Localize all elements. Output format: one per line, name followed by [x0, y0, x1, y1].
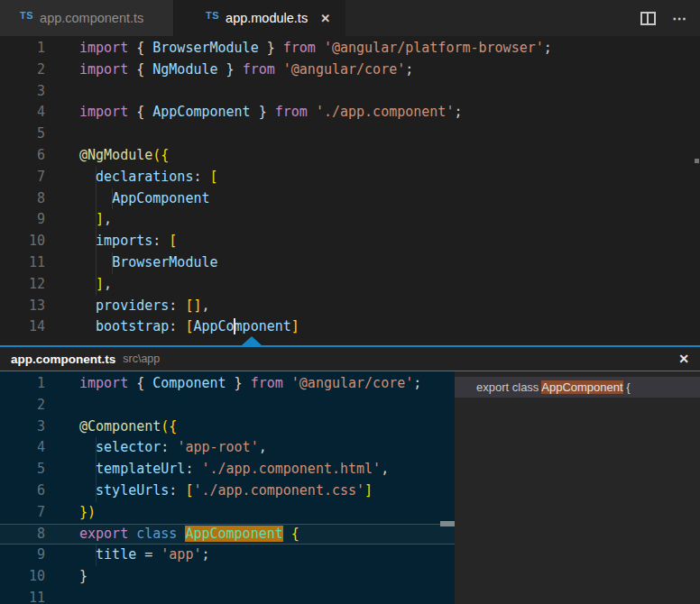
code-text: @NgModule({ [79, 145, 169, 167]
line-number: 3 [0, 81, 45, 103]
line-number: 5 [0, 124, 45, 145]
code-line[interactable]: 1import { BrowserModule } from '@angular… [0, 38, 700, 59]
code-line[interactable]: 7}) [0, 502, 455, 524]
code-line[interactable]: 10 imports: [ [0, 231, 700, 252]
code-line[interactable]: 4 selector: 'app-root', [0, 437, 455, 459]
tab-label: app.module.ts [226, 11, 308, 25]
reference-match-highlight: AppComponent [185, 526, 282, 542]
code-line[interactable]: 7 declarations: [ [0, 167, 700, 188]
code-line[interactable]: 5 [0, 124, 700, 145]
code-line[interactable]: 8 AppComponent [0, 188, 700, 210]
peek-references-list: export class AppComponent { [455, 371, 700, 604]
line-number: 2 [0, 59, 45, 81]
code-text: BrowserModule [79, 252, 218, 274]
line-number: 11 [0, 588, 45, 604]
code-text: styleUrls: ['./app.component.css'] [79, 480, 373, 502]
tab-bar: TS app.component.ts TS app.module.ts ✕ ⋯ [0, 0, 700, 36]
close-peek-icon[interactable]: ✕ [678, 352, 689, 366]
peek-editor-app-component[interactable]: 1import { Component } from '@angular/cor… [0, 371, 455, 604]
code-line[interactable]: 13 providers: [], [0, 296, 700, 317]
line-number: 9 [0, 545, 45, 566]
reference-match-highlight: AppComponent [541, 380, 622, 394]
tab-app-module-ts[interactable]: TS app.module.ts ✕ [174, 0, 345, 36]
code-text: import { NgModule } from '@angular/core'… [79, 59, 413, 81]
line-number: 10 [0, 566, 45, 588]
code-text: import { AppComponent } from './app.comp… [79, 102, 462, 124]
line-number: 6 [0, 145, 45, 167]
code-line[interactable]: 4import { AppComponent } from './app.com… [0, 102, 700, 124]
typescript-file-icon: TS [206, 10, 219, 21]
editor-app-module[interactable]: 1import { BrowserModule } from '@angular… [0, 36, 700, 345]
code-text: bootstrap: [AppComponent] [79, 316, 299, 338]
line-number: 13 [0, 296, 45, 317]
code-text: declarations: [ [79, 167, 218, 188]
code-line[interactable]: 12 ], [0, 274, 700, 296]
typescript-file-icon: TS [20, 10, 33, 21]
line-number: 9 [0, 209, 45, 231]
line-number: 1 [0, 373, 45, 395]
code-text: ], [79, 209, 112, 231]
peek-border [0, 345, 700, 347]
line-number: 3 [0, 416, 45, 438]
line-number: 4 [0, 102, 45, 124]
line-number: 11 [0, 252, 45, 274]
tab-app-component-ts[interactable]: TS app.component.ts [0, 0, 174, 36]
peek-anchor-arrow-icon [242, 336, 262, 345]
code-line[interactable]: 11 [0, 588, 455, 604]
code-text: AppComponent [79, 188, 210, 210]
overview-ruler-marker [695, 159, 699, 163]
tab-label: app.component.ts [40, 11, 143, 25]
code-line[interactable]: 3 [0, 81, 700, 103]
line-number: 8 [0, 525, 45, 545]
line-number: 6 [0, 480, 45, 502]
code-text: }) [79, 502, 96, 524]
line-number: 2 [0, 395, 45, 416]
text-cursor [234, 318, 235, 334]
peek-references-widget: app.component.ts src\app ✕ 1import { Com… [0, 345, 700, 604]
code-text: templateUrl: './app.component.html', [79, 459, 389, 480]
peek-scrollbar-marker[interactable] [440, 521, 455, 526]
code-text: @Component({ [79, 416, 177, 438]
code-line[interactable]: 8export class AppComponent { [0, 524, 455, 545]
code-line[interactable]: 11 BrowserModule [0, 252, 700, 274]
peek-file-path: src\app [123, 352, 160, 365]
code-text: import { BrowserModule } from '@angular/… [79, 38, 552, 59]
code-line[interactable]: 6@NgModule({ [0, 145, 700, 167]
reference-result-item[interactable]: export class AppComponent { [455, 377, 700, 398]
peek-file-title: app.component.ts [11, 352, 115, 366]
code-line[interactable]: 2 [0, 395, 455, 416]
code-text: } [79, 566, 88, 588]
code-text: ], [79, 274, 112, 296]
code-line[interactable]: 2import { NgModule } from '@angular/core… [0, 59, 700, 81]
more-actions-icon[interactable]: ⋯ [672, 10, 687, 27]
code-line[interactable]: 6 styleUrls: ['./app.component.css'] [0, 480, 455, 502]
close-tab-icon[interactable]: ✕ [320, 12, 330, 25]
line-number: 14 [0, 316, 45, 338]
line-number: 1 [0, 38, 45, 59]
code-text: providers: [], [79, 296, 210, 317]
code-line[interactable]: 10} [0, 566, 455, 588]
line-number: 8 [0, 188, 45, 210]
code-line[interactable]: 5 templateUrl: './app.component.html', [0, 459, 455, 480]
line-number: 4 [0, 437, 45, 459]
code-text: export class AppComponent { [79, 525, 299, 545]
code-lines: 1import { Component } from '@angular/cor… [0, 373, 455, 604]
code-line[interactable]: 9 title = 'app'; [0, 545, 455, 566]
peek-header: app.component.ts src\app ✕ [0, 347, 700, 371]
line-number: 5 [0, 459, 45, 480]
line-number: 7 [0, 167, 45, 188]
code-text: title = 'app'; [79, 545, 210, 566]
code-lines: 1import { BrowserModule } from '@angular… [0, 38, 700, 338]
code-line[interactable]: 3@Component({ [0, 416, 455, 438]
line-number: 12 [0, 274, 45, 296]
code-line[interactable]: 9 ], [0, 209, 700, 231]
code-line[interactable]: 1import { Component } from '@angular/cor… [0, 373, 455, 395]
code-line[interactable]: 14 bootstrap: [AppComponent] [0, 316, 700, 338]
line-number: 7 [0, 502, 45, 524]
line-number: 10 [0, 231, 45, 252]
editor-actions: ⋯ [640, 0, 700, 36]
code-text: imports: [ [79, 231, 177, 252]
split-editor-icon[interactable] [640, 12, 656, 25]
code-text: import { Component } from '@angular/core… [79, 373, 421, 395]
code-text: selector: 'app-root', [79, 437, 267, 459]
